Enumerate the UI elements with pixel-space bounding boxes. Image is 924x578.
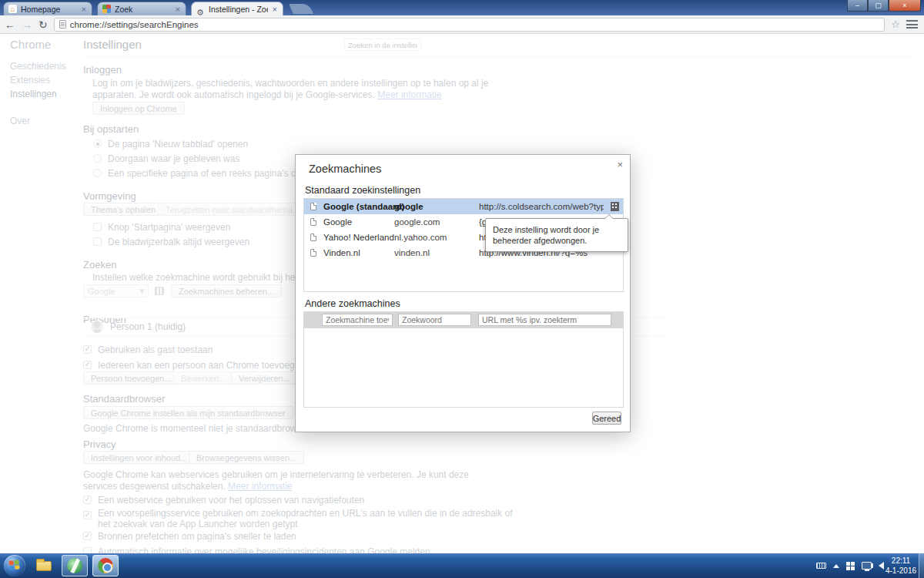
add-engine-row: [304, 312, 623, 328]
volume-tray-icon[interactable]: [879, 562, 884, 570]
engine-row-google-default[interactable]: Google (standaard) google http://s.colds…: [304, 199, 623, 214]
other-engines-heading: Andere zoekmachines: [305, 298, 400, 309]
show-desktop-button[interactable]: [919, 553, 924, 578]
dialog-close-icon[interactable]: ×: [617, 159, 623, 170]
browser-titlebar: Homepage × Zoek × Instellingen - Zoekmac…: [0, 0, 924, 15]
policy-tooltip: Deze instelling wordt door je beheerder …: [485, 218, 628, 252]
add-engine-url-input[interactable]: [478, 314, 611, 326]
tab-close-icon[interactable]: ×: [272, 5, 278, 13]
folder-icon: [36, 561, 52, 571]
taskbar-green-app-button[interactable]: [62, 555, 88, 576]
page-icon: [310, 249, 316, 257]
green-app-icon: [67, 558, 82, 573]
engine-keyword: google.com: [394, 217, 440, 227]
add-engine-keyword-input[interactable]: [398, 314, 471, 326]
url-text[interactable]: chrome://settings/searchEngines: [70, 20, 199, 29]
refresh-icon[interactable]: ↻: [38, 19, 48, 30]
start-button[interactable]: [4, 555, 25, 576]
engine-name: Vinden.nl: [323, 248, 360, 257]
keyboard-tray-icon[interactable]: [816, 563, 826, 569]
tab-label: Homepage: [21, 5, 77, 14]
search-site-favicon: [102, 5, 111, 13]
default-search-heading: Standaard zoekinstellingen: [305, 185, 420, 196]
engine-url: http://s.coldsearch.com/web?type=ds&ts=1…: [479, 202, 604, 211]
add-engine-name-input[interactable]: [322, 314, 393, 326]
page-icon: [310, 203, 316, 210]
engine-name: Google: [323, 217, 352, 227]
engine-keyword: nl.yahoo.com: [394, 233, 447, 242]
engine-name: Google (standaard): [323, 202, 404, 211]
windows-flag-icon: [8, 560, 20, 570]
address-bar[interactable]: chrome://settings/searchEngines: [54, 18, 886, 32]
other-engines-list: [303, 311, 624, 408]
system-tray: [816, 553, 884, 578]
desktop-screen: Homepage × Zoek × Instellingen - Zoekmac…: [0, 0, 924, 578]
tab-close-icon[interactable]: ×: [175, 5, 181, 13]
page-icon: [310, 218, 316, 226]
taskbar: 22:11 4-1-2016: [0, 553, 924, 578]
clock-time: 22:11: [886, 556, 916, 566]
engine-keyword: vinden.nl: [394, 248, 430, 257]
page-icon: [59, 20, 66, 29]
maximize-button[interactable]: ▢: [868, 0, 889, 12]
tab-homepage[interactable]: Homepage ×: [3, 2, 92, 15]
gear-icon: [196, 5, 205, 13]
clock-date: 4-1-2016: [886, 566, 916, 576]
dialog-title: Zoekmachines: [309, 163, 381, 175]
windows-update-tray-icon[interactable]: [846, 562, 855, 570]
tab-settings-active[interactable]: Instellingen - Zoekmachin ×: [191, 2, 283, 15]
new-tab-button[interactable]: [289, 4, 313, 14]
window-controls: – ▢ ×: [847, 0, 921, 12]
tab-zoek[interactable]: Zoek ×: [97, 2, 186, 15]
forward-icon[interactable]: →: [22, 19, 32, 30]
engine-keyword: google: [394, 202, 424, 211]
taskbar-explorer-button[interactable]: [31, 555, 57, 576]
search-engines-dialog: Zoekmachines × Standaard zoekinstellinge…: [295, 154, 631, 432]
show-hidden-icons-caret[interactable]: [833, 564, 839, 568]
tab-label: Instellingen - Zoekmachin: [209, 5, 268, 14]
managed-by-policy-icon[interactable]: [611, 202, 619, 211]
bookmark-star-icon[interactable]: ☆: [891, 18, 900, 30]
chrome-menu-icon[interactable]: [906, 20, 918, 29]
browser-toolbar: ← → ↻ chrome://settings/searchEngines ☆: [0, 15, 924, 34]
home-icon: [8, 5, 17, 13]
taskbar-chrome-button[interactable]: [92, 555, 119, 576]
tab-label: Zoek: [115, 5, 171, 14]
done-button[interactable]: Gereed: [592, 412, 621, 425]
back-icon[interactable]: ←: [5, 19, 15, 30]
taskbar-clock[interactable]: 22:11 4-1-2016: [886, 556, 916, 576]
window-close-button[interactable]: ×: [889, 0, 921, 12]
engine-name: Yahoo! Nederland: [323, 233, 394, 242]
minimize-button[interactable]: –: [847, 0, 868, 12]
chrome-icon: [98, 558, 113, 573]
tab-close-icon[interactable]: ×: [81, 5, 87, 13]
page-icon: [310, 234, 316, 241]
